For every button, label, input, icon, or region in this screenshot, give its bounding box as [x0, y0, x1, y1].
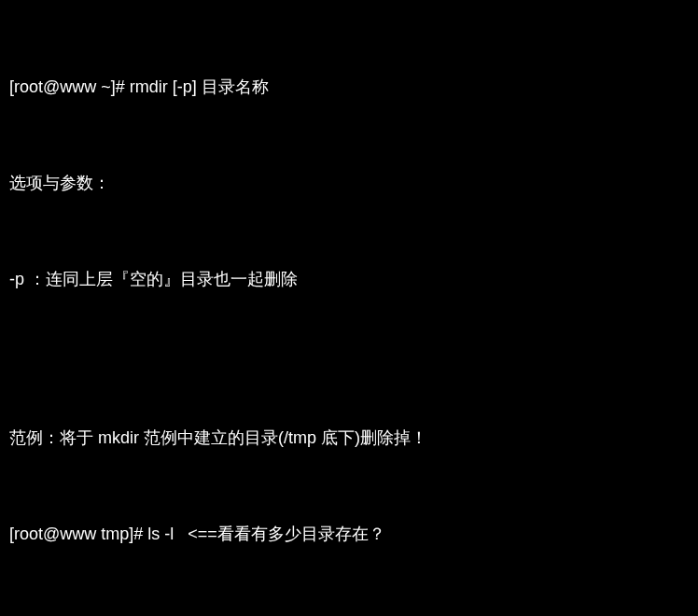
terminal-line: [root@www tmp]# ls -l <==看看有多少目录存在？: [9, 518, 689, 550]
terminal-line: [root@www ~]# rmdir [-p] 目录名称: [9, 71, 689, 103]
terminal-line: -p ：连同上层『空的』目录也一起删除: [9, 263, 689, 295]
terminal-output: [root@www ~]# rmdir [-p] 目录名称 选项与参数： -p …: [9, 7, 689, 616]
terminal-line: 选项与参数：: [9, 167, 689, 199]
terminal-line: 范例：将于 mkdir 范例中建立的目录(/tmp 底下)删除掉！: [9, 422, 689, 454]
